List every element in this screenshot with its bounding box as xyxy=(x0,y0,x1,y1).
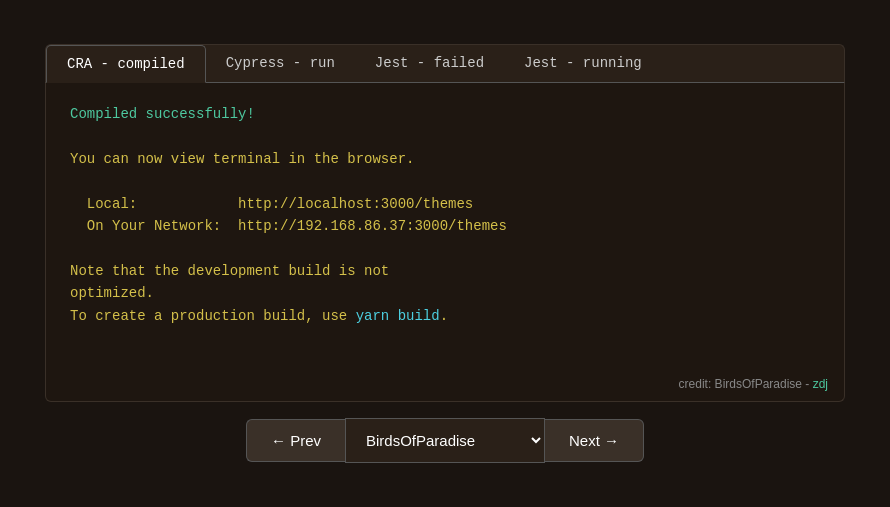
note-line2: optimized. xyxy=(70,285,154,301)
nav-bar: ← Prev BirdsOfParadise Next → xyxy=(45,418,845,463)
compiled-success-line: Compiled successfully! xyxy=(70,106,255,122)
next-button[interactable]: Next → xyxy=(545,419,644,462)
note-line3-end: . xyxy=(440,308,448,324)
credit-link[interactable]: zdj xyxy=(813,377,828,391)
note-line1: Note that the development build is not xyxy=(70,263,389,279)
local-line: Local: http://localhost:3000/themes xyxy=(70,196,473,212)
tab-cra-compiled[interactable]: CRA - compiled xyxy=(46,45,206,83)
tab-jest-running[interactable]: Jest - running xyxy=(504,45,662,82)
credit-text: credit: BirdsOfParadise - zdj xyxy=(679,377,828,391)
tab-cypress-run[interactable]: Cypress - run xyxy=(206,45,355,82)
theme-select[interactable]: BirdsOfParadise xyxy=(345,418,545,463)
tab-bar: CRA - compiled Cypress - run Jest - fail… xyxy=(45,44,845,82)
credit-label: credit: BirdsOfParadise - xyxy=(679,377,813,391)
note-line3: To create a production build, use xyxy=(70,308,356,324)
terminal-panel: Compiled successfully! You can now view … xyxy=(45,82,845,402)
yarn-build-cmd: yarn build xyxy=(356,308,440,324)
prev-button[interactable]: ← Prev xyxy=(246,419,345,462)
tab-jest-failed[interactable]: Jest - failed xyxy=(355,45,504,82)
network-line: On Your Network: http://192.168.86.37:30… xyxy=(70,218,507,234)
terminal-output: Compiled successfully! You can now view … xyxy=(70,103,820,327)
main-container: CRA - compiled Cypress - run Jest - fail… xyxy=(45,44,845,463)
view-line: You can now view terminal in the browser… xyxy=(70,151,414,167)
